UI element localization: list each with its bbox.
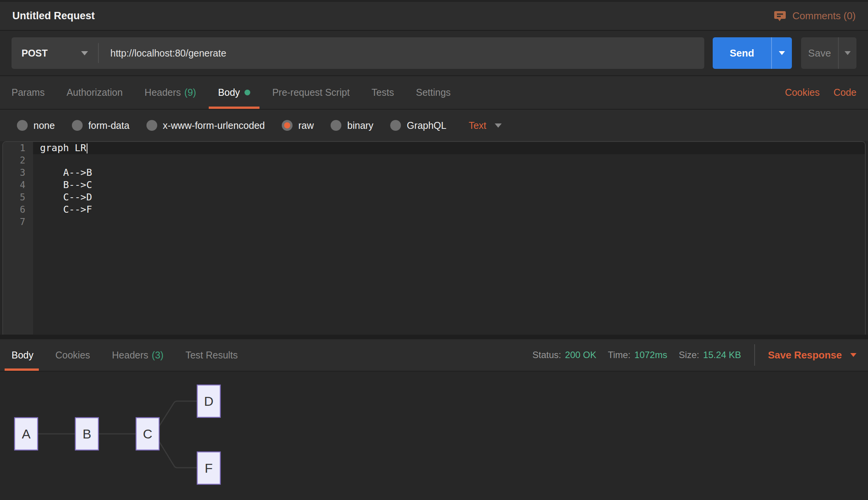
cookies-link[interactable]: Cookies <box>785 87 820 98</box>
save-label: Save <box>801 37 838 69</box>
chevron-down-icon <box>845 51 851 55</box>
mode-label: none <box>33 120 55 131</box>
send-button[interactable]: Send <box>713 37 792 69</box>
save-response-button[interactable]: Save Response <box>768 349 856 361</box>
mode-label: GraphQL <box>407 120 446 131</box>
request-title-bar: Untitled Request Comments (0) <box>0 0 868 31</box>
meta-divider <box>754 344 755 366</box>
line-number: 3 <box>3 167 33 179</box>
save-options-button[interactable] <box>839 37 856 69</box>
code-line: B-->C <box>33 179 865 191</box>
request-body-editor[interactable]: 1 2 3 4 5 6 7 graph LR A-->B B-->C C-->D… <box>2 141 866 335</box>
tab-count: (3) <box>152 350 164 361</box>
mode-label: binary <box>347 120 373 131</box>
format-label: Text <box>469 120 486 131</box>
mode-label: raw <box>298 120 314 131</box>
code-line: C-->F <box>33 203 865 216</box>
url-input[interactable] <box>99 48 704 59</box>
response-tab-headers[interactable]: Headers (3) <box>112 339 163 371</box>
mode-binary[interactable]: binary <box>331 120 373 131</box>
graph-node-c: C <box>136 418 159 450</box>
graph-node-d: D <box>197 385 220 417</box>
mode-label: form-data <box>88 120 130 131</box>
mode-x-www-form-urlencoded[interactable]: x-www-form-urlencoded <box>146 120 265 131</box>
radio-icon <box>146 120 157 131</box>
line-number: 5 <box>3 191 33 203</box>
tab-label: Tests <box>372 87 394 98</box>
chevron-down-icon <box>495 123 502 128</box>
tab-label: Cookies <box>55 350 90 361</box>
raw-format-select[interactable]: Text <box>469 120 502 131</box>
radio-selected-icon <box>282 120 293 131</box>
comments-button[interactable]: Comments (0) <box>774 10 856 22</box>
tab-settings[interactable]: Settings <box>416 76 451 109</box>
line-number: 2 <box>3 154 33 167</box>
radio-icon <box>72 120 83 131</box>
tab-label: Test Results <box>185 350 238 361</box>
response-meta: Status: 200 OK Time: 1072ms Size: 15.24 … <box>532 344 856 366</box>
tab-authorization[interactable]: Authorization <box>67 76 123 109</box>
edge-c-d <box>159 401 197 426</box>
tab-tests[interactable]: Tests <box>372 76 394 109</box>
tab-headers[interactable]: Headers (9) <box>145 76 196 109</box>
page-title: Untitled Request <box>12 10 95 22</box>
graph-node-f: F <box>197 452 220 484</box>
app-window: Untitled Request Comments (0) POST Send <box>0 0 868 500</box>
size-label: Size: <box>679 350 699 360</box>
node-label: D <box>204 394 214 408</box>
active-tab-underline <box>209 107 259 109</box>
send-label: Send <box>713 37 771 69</box>
body-mode-options: none form-data x-www-form-urlencoded raw… <box>0 110 868 141</box>
tab-params[interactable]: Params <box>12 76 45 109</box>
edge-c-f <box>159 442 197 468</box>
tab-label: Settings <box>416 87 451 98</box>
response-tab-test-results[interactable]: Test Results <box>185 339 238 371</box>
tab-label: Pre-request Script <box>272 87 349 98</box>
editor-gutter: 1 2 3 4 5 6 7 <box>3 142 33 335</box>
chevron-down-icon <box>81 51 88 55</box>
time-value: 1072ms <box>634 350 667 360</box>
request-tabs: Params Authorization Headers (9) Body Pr… <box>0 76 868 110</box>
request-response-divider[interactable] <box>0 335 868 339</box>
mode-raw[interactable]: raw <box>282 120 314 131</box>
node-label: C <box>143 427 153 441</box>
comments-label: Comments (0) <box>792 10 856 22</box>
chevron-down-icon <box>850 353 856 357</box>
save-button[interactable]: Save <box>801 37 856 69</box>
node-label: F <box>205 461 213 475</box>
editor-code-area[interactable]: graph LR A-->B B-->C C-->D C-->F <box>33 142 865 335</box>
tab-pre-request-script[interactable]: Pre-request Script <box>272 76 349 109</box>
mermaid-graph: A B C D F <box>0 372 277 500</box>
code-line: graph LR <box>33 142 865 154</box>
mode-label: x-www-form-urlencoded <box>163 120 265 131</box>
code-link[interactable]: Code <box>833 87 856 98</box>
response-header: Body Cookies Headers (3) Test Results St… <box>0 339 868 372</box>
send-options-button[interactable] <box>772 37 792 69</box>
tabs-right-links: Cookies Code <box>785 87 856 98</box>
code-text: graph LR <box>40 142 86 153</box>
body-modified-dot <box>244 90 250 95</box>
status-label: Status: <box>532 350 561 360</box>
request-bar: POST Send Save <box>0 31 868 76</box>
mode-form-data[interactable]: form-data <box>72 120 130 131</box>
radio-icon <box>17 120 28 131</box>
status-value: 200 OK <box>565 350 596 360</box>
text-cursor <box>86 143 88 153</box>
graph-node-a: A <box>15 418 38 450</box>
response-body-viewer: A B C D F <box>0 372 868 500</box>
code-line <box>33 216 865 228</box>
line-number: 6 <box>3 203 33 216</box>
mode-none[interactable]: none <box>17 120 55 131</box>
code-line: A-->B <box>33 167 865 179</box>
mode-graphql[interactable]: GraphQL <box>390 120 446 131</box>
method-select[interactable]: POST <box>12 48 98 59</box>
response-tab-cookies[interactable]: Cookies <box>55 339 90 371</box>
radio-icon <box>390 120 401 131</box>
tab-label: Body <box>218 87 240 98</box>
radio-icon <box>331 120 341 131</box>
response-tab-body[interactable]: Body <box>12 339 33 371</box>
chevron-down-icon <box>779 51 785 55</box>
tab-body[interactable]: Body <box>218 76 250 109</box>
method-label: POST <box>22 48 48 59</box>
save-response-label: Save Response <box>768 349 842 361</box>
